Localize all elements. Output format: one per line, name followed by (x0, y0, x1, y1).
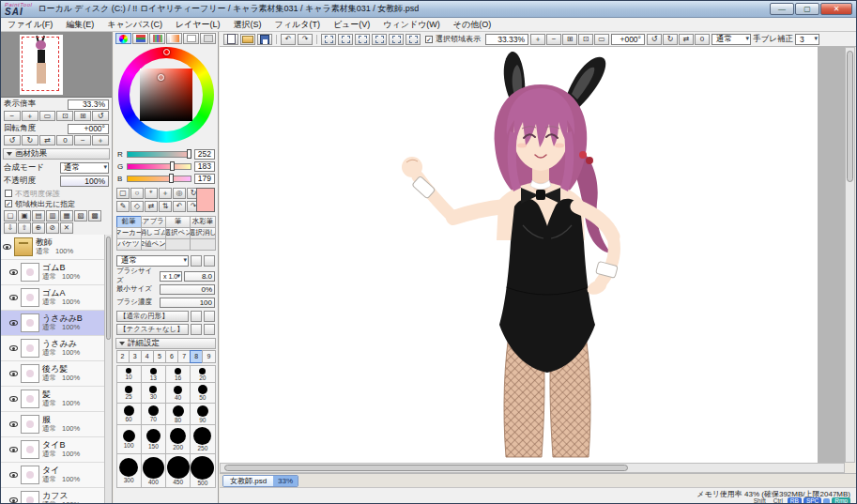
brush-blend-select[interactable]: 通常 (116, 255, 189, 267)
brush-size-preset[interactable]: 25 (116, 382, 142, 404)
minimize-button[interactable]: — (770, 3, 794, 15)
utility-tool-button[interactable]: ⇄ (145, 201, 158, 212)
utility-tool-button[interactable]: ○ (130, 188, 144, 199)
brush-texture-select[interactable]: 【テクスチャなし】 (116, 324, 189, 335)
navigator-zoom-button[interactable]: − (4, 111, 21, 121)
canvas-zoom-button[interactable]: ⊞ (562, 34, 577, 45)
open-file-button[interactable] (240, 34, 255, 45)
current-color-swatch[interactable] (196, 188, 215, 212)
swatches-tab[interactable] (183, 33, 199, 44)
channel-value[interactable]: 179 (194, 174, 215, 184)
vertical-scrollbar-thumb[interactable] (847, 51, 853, 182)
canvas-rotate-button[interactable]: ↻ (663, 34, 678, 45)
blend-mode-select[interactable]: 通常 (60, 162, 109, 174)
document-tab[interactable]: 女教師.psd 33% (222, 475, 298, 487)
layer-visibility-eye-icon[interactable] (9, 320, 18, 326)
menu-item[interactable]: 選択(S) (227, 19, 268, 31)
layer-toolbar-button[interactable]: ▧ (74, 210, 87, 221)
canvas-rotate-button[interactable]: 0 (695, 34, 710, 45)
selection-source-checkbox[interactable] (5, 200, 12, 207)
channel-slider-thumb[interactable] (169, 174, 174, 183)
layer-toolbar-button[interactable]: ⊕ (32, 222, 45, 234)
layer-toolbar-button[interactable]: ▢ (4, 210, 17, 221)
navigator-zoom-button[interactable]: ⊞ (74, 111, 91, 121)
menu-item[interactable]: ビュー(V) (327, 19, 376, 31)
selection-mode-select[interactable]: 通常 (712, 34, 751, 45)
canvas-zoom-button[interactable]: ▭ (594, 34, 609, 45)
brush-texture-option-button[interactable] (191, 324, 202, 335)
brush-density-slider[interactable]: 100 (160, 298, 215, 308)
new-canvas-button[interactable] (223, 34, 238, 45)
brush-size-preset[interactable]: 20 (190, 365, 215, 384)
maximize-button[interactable]: ▢ (795, 3, 819, 15)
stabilizer-select[interactable]: 3 (795, 34, 819, 45)
horizontal-scrollbar[interactable] (220, 463, 845, 473)
brush-size-preset[interactable]: 9 (202, 350, 215, 363)
undo-redo-button[interactable]: ↶ (281, 34, 296, 45)
layer-visibility-eye-icon[interactable] (9, 269, 18, 275)
brush-shape-option-button[interactable] (191, 311, 202, 322)
menu-item[interactable]: キャンバス(C) (100, 19, 169, 31)
channel-slider[interactable] (127, 176, 191, 182)
brush-size-preset[interactable]: 100 (116, 424, 142, 454)
navigator-angle-button[interactable]: ⇄ (39, 135, 56, 145)
layer-row[interactable]: 髪 通常 100% (1, 387, 104, 412)
channel-value[interactable]: 252 (194, 149, 215, 160)
channel-slider-thumb[interactable] (187, 149, 191, 159)
channel-slider[interactable] (127, 163, 191, 170)
brush-size-slider[interactable]: 8.0 (184, 271, 215, 282)
layer-toolbar-button[interactable]: ▥ (46, 210, 59, 221)
layer-toolbar-button[interactable]: ▤ (32, 210, 45, 221)
brush-size-preset[interactable]: 250 (190, 424, 215, 454)
menu-item[interactable]: 編集(E) (59, 19, 100, 31)
layer-toolbar-button[interactable]: ▣ (18, 210, 31, 221)
layer-visibility-eye-icon[interactable] (9, 396, 18, 402)
utility-tool-button[interactable]: ✎ (116, 201, 130, 212)
layer-row[interactable]: カフス 通常 100% (1, 488, 104, 503)
selection-operation-button[interactable] (389, 34, 404, 45)
brush-size-preset[interactable]: 40 (165, 382, 191, 404)
title-bar[interactable]: PaintTool SAI ローカル ディスク (C:) / !! ロイヤリティ… (1, 1, 856, 18)
saturation-value-marker[interactable] (158, 74, 164, 81)
layer-list-scrollbar[interactable] (104, 235, 112, 503)
layer-list-scrollbar-thumb[interactable] (106, 237, 111, 340)
brush-size-preset[interactable]: 400 (141, 453, 166, 489)
brush-size-preset[interactable]: 30 (141, 382, 166, 404)
selection-operation-button[interactable] (321, 34, 336, 45)
navigator-angle-button[interactable]: ↺ (4, 135, 21, 145)
scratchpad-tab[interactable] (200, 33, 216, 44)
undo-redo-button[interactable]: ↷ (298, 34, 313, 45)
layer-row[interactable]: ゴムA 通常 100% (1, 285, 104, 311)
brush-size-preset[interactable]: 70 (141, 403, 166, 426)
utility-tool-button[interactable]: ◇ (130, 201, 144, 212)
color-mixer-tab[interactable] (166, 33, 182, 44)
navigator-zoom-button[interactable]: ▭ (39, 111, 56, 121)
layer-toolbar-button[interactable]: ⇧ (18, 222, 31, 234)
layer-visibility-eye-icon[interactable] (9, 421, 18, 427)
layer-row[interactable]: うさみみ 通常 100% (1, 336, 104, 361)
brush-tool-button[interactable]: 2値ペン (141, 238, 166, 251)
layer-row[interactable]: タイB 通常 100% (1, 437, 104, 463)
canvas-zoom-value[interactable]: 33.33% (485, 34, 528, 45)
show-selection-checkbox[interactable] (425, 36, 433, 43)
brush-size-preset[interactable]: 5 (153, 350, 166, 363)
navigator-angle-button[interactable]: 0 (56, 135, 73, 145)
brush-size-preset[interactable]: 6 (165, 350, 178, 363)
brush-size-preset[interactable]: 4 (141, 350, 154, 363)
brush-tool-button[interactable] (190, 238, 215, 251)
selection-operation-button[interactable] (355, 34, 370, 45)
brush-size-preset[interactable]: 7 (177, 350, 191, 363)
menu-item[interactable]: その他(O) (447, 19, 497, 31)
saturation-value-square[interactable] (140, 69, 192, 121)
save-file-button[interactable] (257, 34, 272, 45)
rgb-slider-tab[interactable] (132, 33, 148, 44)
canvas-rotate-button[interactable]: ↺ (647, 34, 662, 45)
layer-toolbar-button[interactable]: ⊘ (46, 222, 59, 234)
canvas-zoom-button[interactable]: ⊡ (578, 34, 593, 45)
selection-operation-button[interactable] (372, 34, 387, 45)
utility-tool-button[interactable]: ◎ (173, 188, 186, 199)
layer-row[interactable]: 服 通常 100% (1, 412, 104, 437)
canvas-rotate-button[interactable]: ⇄ (679, 34, 694, 45)
selection-operation-button[interactable] (338, 34, 353, 45)
brush-shape-select[interactable]: 【通常の円形】 (116, 311, 189, 322)
